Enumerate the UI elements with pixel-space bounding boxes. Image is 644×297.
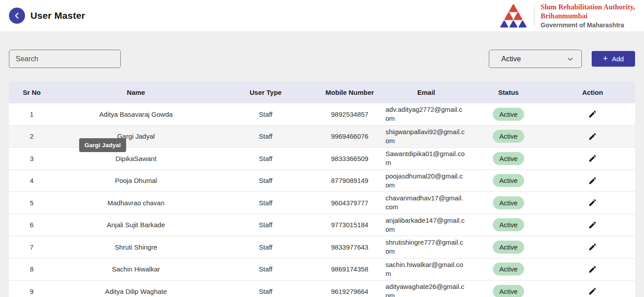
cell-name: Pooja Dhumal [55, 170, 217, 192]
cell-status: Active [467, 148, 550, 170]
cell-user-type: Staff [217, 103, 314, 125]
cell-action [550, 125, 635, 148]
cell-action [550, 148, 635, 170]
table-row: 6 Anjali Sujit Barkade Staff 9773015184 … [9, 214, 635, 236]
status-badge: Active [493, 174, 525, 187]
org-name-line1: Slum Rehabilitation Authority, [541, 3, 635, 12]
edit-button[interactable] [587, 175, 598, 187]
edit-button[interactable] [587, 241, 598, 253]
cell-sr-no: 7 [9, 236, 55, 259]
status-badge: Active [493, 108, 525, 121]
cell-action [550, 258, 635, 280]
cell-status: Active [467, 192, 550, 214]
add-button-label: Add [612, 55, 624, 63]
cell-name: Sachin Hiwalkar [55, 258, 217, 280]
pencil-icon [588, 154, 597, 163]
table-row: 4 Pooja Dhumal Staff 8779089149 poojasdh… [9, 170, 635, 192]
edit-button[interactable] [587, 263, 598, 275]
user-table: Sr No Name User Type Mobile Number Email… [9, 81, 635, 297]
cell-sr-no: 8 [9, 258, 55, 280]
cell-action [550, 236, 635, 259]
cell-sr-no: 6 [9, 214, 55, 236]
cell-mobile: 9969466076 [314, 125, 386, 148]
cell-email: adv.adityag2772@gmail.com [386, 103, 467, 125]
add-button[interactable]: + Add [592, 51, 635, 67]
pencil-icon [588, 176, 597, 185]
status-filter-select[interactable]: Active [489, 50, 582, 68]
edit-button[interactable] [587, 285, 598, 297]
cell-email: adityawaghate26@gmail.com [386, 280, 467, 297]
status-badge: Active [493, 218, 525, 231]
cell-user-type: Staff [217, 236, 314, 259]
topbar: User Master Slum Rehabilitation Authorit… [0, 0, 644, 31]
cell-sr-no: 5 [9, 192, 55, 214]
cell-name: Aditya Basavaraj Gowda [55, 103, 217, 125]
cell-action [550, 103, 635, 125]
cell-mobile: 9604379777 [314, 192, 386, 214]
page-title: User Master [30, 10, 85, 21]
search-input[interactable] [9, 50, 121, 68]
cell-status: Active [467, 170, 550, 192]
logo-text: Slum Rehabilitation Authority, Brihanmum… [541, 3, 635, 29]
cell-name: Anjali Sujit Barkade [55, 214, 217, 236]
cell-user-type: Staff [217, 214, 314, 236]
cell-email: shigwanpallavi92@gmail.com [386, 125, 467, 148]
pencil-icon [588, 242, 597, 251]
col-header-name: Name [55, 81, 217, 103]
cell-name: Aditya Dilip Waghate [55, 280, 217, 297]
cell-email: Sawantdipika01@gmail.com [386, 148, 467, 170]
cell-action [550, 214, 635, 236]
cell-mobile: 9773015184 [314, 214, 386, 236]
edit-button[interactable] [587, 108, 598, 120]
page: User Master Slum Rehabilitation Authorit… [0, 0, 644, 297]
col-header-mobile: Mobile Number [314, 81, 386, 103]
cell-user-type: Staff [217, 148, 314, 170]
cell-sr-no: 4 [9, 170, 55, 192]
pencil-icon [588, 287, 597, 296]
cell-user-type: Staff [217, 170, 314, 192]
cell-status: Active [467, 280, 550, 297]
pencil-icon [588, 132, 597, 141]
cell-user-type: Staff [217, 125, 314, 148]
cell-status: Active [467, 258, 550, 280]
cell-status: Active [467, 103, 550, 125]
col-header-user-type: User Type [217, 81, 314, 103]
status-badge: Active [493, 241, 525, 254]
cell-user-type: Staff [217, 258, 314, 280]
cell-action [550, 170, 635, 192]
status-badge: Active [493, 263, 525, 276]
cell-name: Shruti Shingre [55, 236, 217, 259]
cell-sr-no: 3 [9, 148, 55, 170]
cell-mobile: 9833366509 [314, 148, 386, 170]
cell-email: chavanmadhav17@gmail.com [386, 192, 467, 214]
cell-mobile: 9619279664 [314, 280, 386, 297]
cell-mobile: 9869174358 [314, 258, 386, 280]
cell-email: anjalibarkade147@gmail.com [386, 214, 467, 236]
table-row: 8 Sachin Hiwalkar Staff 9869174358 sachi… [9, 258, 635, 280]
status-badge: Active [493, 130, 525, 143]
edit-button[interactable] [587, 153, 598, 164]
name-tooltip: Gargi Jadyal [79, 138, 126, 152]
cell-name: Madhavrao chavan [55, 192, 217, 214]
edit-button[interactable] [587, 131, 598, 142]
cell-sr-no: 2 [9, 125, 55, 148]
back-button[interactable] [9, 8, 25, 24]
table-row: 7 Shruti Shingre Staff 9833977643 shruti… [9, 236, 635, 259]
org-subtitle: Government of Maharashtra [541, 21, 635, 29]
logo-divider [534, 5, 534, 26]
sra-triangles-logo-icon [499, 3, 528, 28]
cell-status: Active [467, 125, 550, 148]
cell-user-type: Staff [217, 280, 314, 297]
pencil-icon [588, 198, 597, 207]
edit-button[interactable] [587, 197, 598, 208]
table-row: 5 Madhavrao chavan Staff 9604379777 chav… [9, 192, 635, 214]
status-badge: Active [493, 196, 525, 209]
pencil-icon [588, 110, 597, 119]
cell-status: Active [467, 236, 550, 259]
edit-button[interactable] [587, 219, 598, 231]
status-badge: Active [493, 285, 525, 297]
cell-status: Active [467, 214, 550, 236]
chevron-left-icon [12, 11, 22, 21]
toolbar-right: Active + Add [489, 50, 635, 68]
col-header-sr-no: Sr No [9, 81, 55, 103]
